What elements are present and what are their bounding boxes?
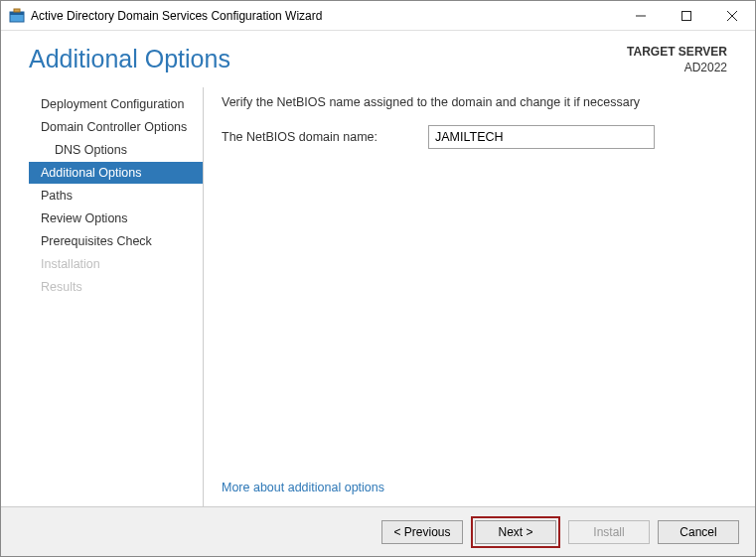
sidebar-item-domain-controller-options[interactable]: Domain Controller Options bbox=[29, 116, 203, 138]
sidebar-item-additional-options[interactable]: Additional Options bbox=[29, 162, 203, 184]
svg-rect-2 bbox=[14, 9, 20, 12]
minimize-button[interactable] bbox=[618, 1, 664, 30]
page-title: Additional Options bbox=[29, 45, 230, 73]
target-server-info: TARGET SERVER AD2022 bbox=[627, 45, 727, 75]
sidebar-item-installation: Installation bbox=[29, 253, 203, 275]
install-button: Install bbox=[568, 520, 650, 544]
next-button[interactable]: Next > bbox=[475, 520, 556, 544]
next-button-highlight: Next > bbox=[471, 516, 560, 548]
cancel-button[interactable]: Cancel bbox=[658, 520, 739, 544]
sidebar-item-dns-options[interactable]: DNS Options bbox=[29, 139, 203, 161]
svg-rect-4 bbox=[682, 11, 691, 20]
sidebar-item-paths[interactable]: Paths bbox=[29, 185, 203, 207]
wizard-window: Active Directory Domain Services Configu… bbox=[0, 0, 756, 557]
window-controls bbox=[618, 1, 755, 30]
sidebar-item-deployment-configuration[interactable]: Deployment Configuration bbox=[29, 93, 203, 115]
header: Additional Options TARGET SERVER AD2022 bbox=[1, 31, 755, 83]
footer: < Previous Next > Install Cancel bbox=[1, 506, 755, 556]
sidebar-item-results: Results bbox=[29, 276, 203, 298]
netbios-input[interactable] bbox=[428, 125, 655, 149]
maximize-button[interactable] bbox=[664, 1, 709, 30]
netbios-label: The NetBIOS domain name: bbox=[222, 130, 428, 144]
sidebar: Deployment Configuration Domain Controll… bbox=[29, 87, 204, 506]
sidebar-item-prerequisites-check[interactable]: Prerequisites Check bbox=[29, 230, 203, 252]
window-title: Active Directory Domain Services Configu… bbox=[31, 9, 322, 23]
instruction-text: Verify the NetBIOS name assigned to the … bbox=[222, 95, 727, 109]
sidebar-item-review-options[interactable]: Review Options bbox=[29, 208, 203, 229]
body: Deployment Configuration Domain Controll… bbox=[1, 83, 755, 506]
more-about-link[interactable]: More about additional options bbox=[222, 481, 727, 494]
target-server-label: TARGET SERVER bbox=[627, 45, 727, 61]
app-icon bbox=[9, 8, 25, 24]
netbios-field-row: The NetBIOS domain name: bbox=[222, 125, 727, 149]
previous-button[interactable]: < Previous bbox=[381, 520, 463, 544]
content-area: Verify the NetBIOS name assigned to the … bbox=[204, 87, 727, 506]
target-server-value: AD2022 bbox=[627, 61, 727, 76]
close-button[interactable] bbox=[709, 1, 755, 30]
titlebar: Active Directory Domain Services Configu… bbox=[1, 1, 755, 31]
